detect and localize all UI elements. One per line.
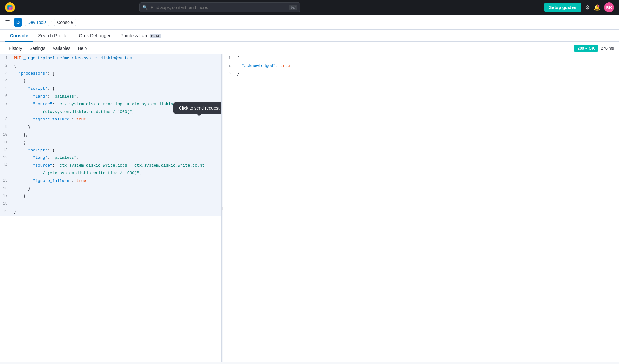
setup-guides-button[interactable]: Setup guides	[544, 3, 581, 12]
line-content: "lang": "painless",	[11, 93, 221, 101]
output-line-2: 2 "acknowledged": true	[223, 62, 619, 70]
svg-point-4	[11, 5, 13, 10]
line-content: "source": "ctx.system.diskio.write.iops …	[11, 162, 221, 170]
line-content: "processors": [	[11, 70, 221, 78]
subnav-variables[interactable]: Variables	[49, 42, 74, 54]
sub-navigation: History Settings Variables Help 200 – OK…	[0, 42, 619, 54]
output-panel: 1 { 2 "acknowledged": true 3 }	[223, 54, 619, 362]
code-line-19: 19 }	[0, 208, 221, 216]
output-content: }	[234, 70, 619, 78]
line-content: {	[11, 77, 221, 85]
line-content: "lang": "painless",	[11, 154, 221, 162]
code-line-2: 2 {	[0, 62, 221, 70]
subnav-history[interactable]: History	[5, 42, 26, 54]
line-number: 8	[0, 116, 11, 122]
nav-right-actions: Setup guides ⚙ 🔔 RK	[544, 2, 614, 12]
tab-console[interactable]: Console	[5, 30, 33, 42]
code-line-11: 11 {	[0, 139, 221, 147]
code-line-13: 13 "lang": "painless",	[0, 154, 221, 162]
status-badge: 200 – OK	[574, 45, 599, 52]
notifications-icon-button[interactable]: 🔔	[594, 4, 600, 11]
code-line-18: 18 ]	[0, 200, 221, 208]
line-content: {	[11, 139, 221, 147]
line-number: 7	[0, 101, 11, 107]
code-line-6: 6 "lang": "painless",	[0, 93, 221, 101]
line-content: }	[11, 124, 221, 131]
line-content: },	[11, 131, 221, 139]
tab-bar: Console Search Profiler Grok Debugger Pa…	[0, 30, 619, 42]
search-input[interactable]	[139, 2, 300, 12]
line-number: 13	[0, 154, 11, 161]
line-number: 11	[0, 139, 11, 145]
output-line-number: 2	[223, 62, 234, 70]
line-content: "script": {	[11, 85, 221, 93]
code-line-1: 1 PUT _ingest/pipeline/metrics-system.di…	[0, 54, 221, 62]
copy-button[interactable]: ⛓	[215, 56, 219, 60]
code-line-17: 17 }	[0, 193, 221, 200]
line-content: {	[11, 62, 221, 70]
tab-painless-lab[interactable]: Painless Lab BETA	[116, 30, 166, 42]
subnav-settings[interactable]: Settings	[26, 42, 49, 54]
code-line-10: 10 },	[0, 131, 221, 139]
line-content: "ignore_failure": true	[11, 177, 221, 185]
tooltip-box: Click to send request	[173, 102, 221, 114]
code-line-15: 15 "ignore_failure": true	[0, 177, 221, 185]
output-line-number: 1	[223, 54, 234, 62]
tooltip-container: Click to send request	[173, 102, 221, 114]
hamburger-button[interactable]: ☰	[5, 19, 10, 26]
code-line-9: 9 }	[0, 124, 221, 131]
line-number: 6	[0, 93, 11, 99]
global-search[interactable]: 🔍 ⌘/	[139, 2, 300, 12]
avatar[interactable]: RK	[604, 2, 614, 12]
breadcrumb: Dev Tools › Console	[25, 19, 76, 26]
app-navigation: ☰ D Dev Tools › Console	[0, 15, 619, 30]
search-shortcut: ⌘/	[289, 5, 297, 10]
breadcrumb-current: Console	[54, 19, 76, 26]
beta-badge: BETA	[150, 34, 161, 38]
line-number: 17	[0, 193, 11, 199]
code-editor[interactable]: 1 PUT _ingest/pipeline/metrics-system.di…	[0, 54, 221, 216]
tab-grok-debugger[interactable]: Grok Debugger	[74, 30, 116, 42]
line-content: }	[11, 185, 221, 193]
output-content: {	[234, 54, 619, 62]
output-content: "acknowledged": true	[234, 62, 619, 70]
output-line-3: 3 }	[223, 70, 619, 78]
subnav-help[interactable]: Help	[74, 42, 90, 54]
line-number: 1	[0, 54, 11, 61]
line-number: 18	[0, 200, 11, 207]
breadcrumb-devtools[interactable]: Dev Tools	[25, 19, 49, 26]
elastic-logo[interactable]	[5, 2, 15, 12]
code-line-3: 3 "processors": [	[0, 70, 221, 78]
breadcrumb-separator: ›	[51, 20, 52, 24]
time-badge: 276 ms	[601, 46, 614, 50]
line-number: 9	[0, 124, 11, 130]
notification-dot	[597, 5, 600, 7]
editor-container: Click to send request 1 PUT _ingest/pipe…	[0, 54, 619, 362]
code-line-8: 8 "ignore_failure": true	[0, 116, 221, 124]
top-navigation: 🔍 ⌘/ Setup guides ⚙ 🔔 RK	[0, 0, 619, 15]
line-number: 15	[0, 177, 11, 184]
line-number: 14	[0, 162, 11, 168]
code-line-4: 4 {	[0, 77, 221, 85]
output-line-1: 1 {	[223, 54, 619, 62]
code-line-12: 12 "script": {	[0, 147, 221, 154]
line-content: }	[11, 208, 221, 216]
output-code: 1 { 2 "acknowledged": true 3 }	[223, 54, 619, 77]
line-content: ]	[11, 200, 221, 208]
line-number: 10	[0, 131, 11, 138]
line-number	[0, 170, 11, 170]
editor-left-panel[interactable]: Click to send request 1 PUT _ingest/pipe…	[0, 54, 221, 362]
line-number: 4	[0, 77, 11, 84]
line-number: 19	[0, 208, 11, 214]
line-number: 12	[0, 147, 11, 153]
code-line-14: 14 "source": "ctx.system.diskio.write.io…	[0, 162, 221, 170]
line-content: "ignore_failure": true	[11, 116, 221, 124]
line-content: PUT _ingest/pipeline/metrics-system.disk…	[11, 54, 209, 62]
settings-icon-button[interactable]: ⚙	[585, 4, 590, 11]
tooltip-arrow	[197, 114, 202, 116]
code-line-14b: / (ctx.system.diskio.write.time / 1000)"…	[0, 170, 221, 177]
run-button[interactable]: ▶	[211, 56, 214, 60]
tab-search-profiler[interactable]: Search Profiler	[33, 30, 74, 42]
code-line-5: 5 "script": {	[0, 85, 221, 93]
search-icon: 🔍	[142, 5, 148, 10]
